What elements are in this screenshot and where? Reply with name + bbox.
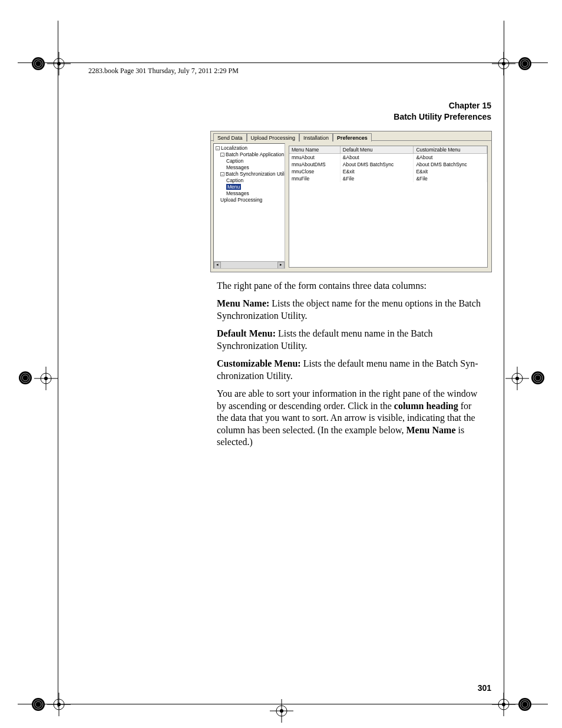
scroll-left-button[interactable]: ◂ [214, 262, 221, 269]
col-customizable-menu[interactable]: Customizable Menu [414, 146, 487, 154]
crop-line [58, 21, 58, 707]
col-default-menu[interactable]: Default Menu [340, 146, 414, 154]
tab-preferences[interactable]: Preferences [333, 133, 372, 141]
paragraph: You are able to sort your information in… [217, 388, 485, 448]
horizontal-scrollbar[interactable]: ◂ ▸ [214, 261, 285, 268]
chapter-heading: Chapter 15 Batch Utility Preferences [394, 100, 491, 123]
crop-line [504, 21, 504, 707]
binder-ring-icon [31, 56, 46, 71]
tree-item-label: Caption [226, 177, 243, 183]
registration-mark-icon [492, 52, 515, 75]
tab-installation[interactable]: Installation [299, 133, 333, 141]
tab-bar: Send Data Upload Processing Installation… [211, 131, 491, 141]
screenshot: Send Data Upload Processing Installation… [210, 131, 492, 272]
tree-item-label: Batch Portable Application [226, 151, 284, 157]
binder-ring-icon [31, 697, 46, 712]
tree-item[interactable]: -Localization [214, 145, 284, 151]
body-text: The right pane of the form contains thre… [217, 280, 485, 454]
crop-line [18, 62, 548, 63]
scroll-right-button[interactable]: ▸ [277, 262, 285, 269]
registration-mark-icon [47, 693, 71, 716]
table-cell: &About [414, 154, 487, 162]
binder-ring-icon [517, 56, 533, 71]
term-menu-name-inline: Menu Name [406, 425, 456, 435]
registration-mark-icon [47, 52, 71, 75]
tree-item-label: Upload Processing [220, 197, 262, 203]
table-cell: &File [414, 175, 487, 182]
table-cell: E&xit [340, 168, 414, 175]
table-cell: E&xit [414, 168, 487, 175]
table-cell: mnuAbout [289, 154, 340, 162]
tab-send-data[interactable]: Send Data [213, 133, 247, 141]
page: 2283.book Page 301 Thursday, July 7, 201… [0, 0, 562, 728]
table-row[interactable]: mnuCloseE&xitE&xit [289, 168, 487, 175]
tree-item[interactable]: -Batch Synchronization Utility [214, 171, 284, 177]
binder-ring-icon [18, 370, 33, 386]
tree-item[interactable]: Caption [214, 177, 284, 184]
chapter-title: Batch Utility Preferences [394, 111, 491, 123]
paragraph: Menu Name: Lists the object name for the… [217, 298, 485, 322]
tree-item[interactable]: Messages [214, 190, 284, 197]
menu-table: Menu Name Default Menu Customizable Menu… [289, 146, 487, 182]
collapse-icon[interactable]: - [220, 172, 224, 176]
table-row[interactable]: mnuAbout&About&About [289, 154, 487, 162]
binder-ring-icon [517, 697, 533, 712]
table-cell: About DMS BatchSync [414, 161, 487, 168]
tree-item-label: Caption [226, 158, 243, 164]
registration-mark-icon [505, 367, 529, 390]
tree-item[interactable]: Caption [214, 158, 284, 164]
tree-item-label: Menu [226, 184, 241, 190]
collapse-icon[interactable]: - [216, 146, 220, 150]
table-row[interactable]: mnuAboutDMSAbout DMS BatchSyncAbout DMS … [289, 161, 487, 168]
table-cell: &About [340, 154, 414, 162]
table-cell: mnuClose [289, 168, 340, 175]
collapse-icon[interactable]: - [220, 153, 224, 157]
paragraph: Default Menu: Lists the default menu nam… [217, 328, 485, 352]
table-cell: About DMS BatchSync [340, 161, 414, 168]
table-header-row: Menu Name Default Menu Customizable Menu [289, 146, 487, 154]
paragraph: The right pane of the form contains thre… [217, 280, 485, 292]
term-menu-name: Menu Name: [217, 298, 269, 308]
tree-item-label: Localization [221, 145, 247, 151]
table-row[interactable]: mnuFile&File&File [289, 175, 487, 182]
table-pane: Menu Name Default Menu Customizable Menu… [289, 146, 488, 268]
paragraph: Customizable Menu: Lists the default men… [217, 358, 485, 382]
tree-item-label: Batch Synchronization Utility [226, 171, 285, 177]
term-default-menu: Default Menu: [217, 328, 276, 338]
tab-upload-processing[interactable]: Upload Processing [247, 133, 300, 141]
binder-ring-icon [530, 370, 546, 386]
registration-mark-icon [492, 693, 515, 716]
table-cell: mnuAboutDMS [289, 161, 340, 168]
tree-item[interactable]: Menu [214, 184, 284, 190]
registration-mark-icon [34, 367, 58, 390]
tree-item[interactable]: -Batch Portable Application [214, 151, 284, 158]
tree-pane[interactable]: -Localization-Batch Portable Application… [213, 143, 285, 269]
running-header: 2283.book Page 301 Thursday, July 7, 201… [88, 67, 239, 75]
page-number: 301 [478, 683, 491, 693]
tree-item-label: Messages [226, 164, 249, 170]
tree-item-label: Messages [226, 190, 249, 196]
table-cell: &File [340, 175, 414, 182]
col-menu-name[interactable]: Menu Name [289, 146, 340, 154]
tree-item[interactable]: Messages [214, 164, 284, 171]
screenshot-body: -Localization-Batch Portable Application… [211, 141, 491, 271]
tree-list: -Localization-Batch Portable Application… [214, 145, 284, 203]
registration-mark-icon [270, 699, 293, 723]
chapter-number: Chapter 15 [394, 100, 491, 111]
table-cell: mnuFile [289, 175, 340, 182]
term-column-heading: column heading [394, 401, 458, 411]
tree-item[interactable]: Upload Processing [214, 197, 284, 203]
term-customizable-menu: Customizable Menu: [217, 358, 301, 368]
